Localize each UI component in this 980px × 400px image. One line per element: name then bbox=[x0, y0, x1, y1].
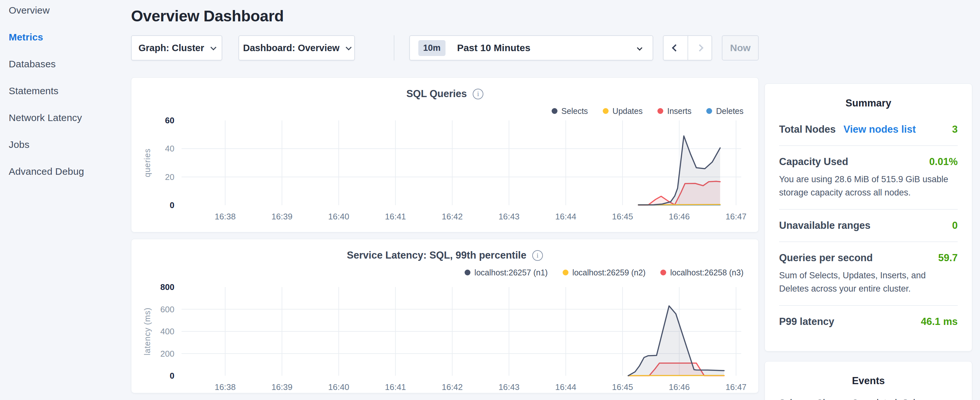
svg-text:16:38: 16:38 bbox=[215, 212, 235, 222]
legend-label: localhost:26258 (n3) bbox=[670, 268, 743, 277]
legend-dot-icon bbox=[603, 108, 609, 114]
summary-title: Summary bbox=[779, 97, 958, 109]
time-nav-group bbox=[663, 35, 712, 61]
time-range-selector[interactable]: 10m Past 10 Minutes bbox=[409, 35, 654, 61]
svg-text:latency (ms): latency (ms) bbox=[143, 308, 152, 355]
chart-title-row: Service Latency: SQL, 99th percentile i bbox=[131, 250, 758, 261]
divider bbox=[394, 35, 395, 61]
svg-text:16:47: 16:47 bbox=[725, 382, 746, 392]
legend-item: Selects bbox=[552, 107, 588, 116]
svg-text:16:45: 16:45 bbox=[612, 212, 633, 222]
events-list: Schema Change Completed: Schema change w… bbox=[779, 396, 958, 400]
graph-dropdown[interactable]: Graph: Cluster bbox=[131, 35, 222, 61]
chart-svg: 16:3816:3916:4016:4116:4216:4316:4416:45… bbox=[131, 117, 746, 225]
legend-item: Deletes bbox=[706, 107, 743, 116]
view-nodes-link[interactable]: View nodes list bbox=[843, 124, 916, 135]
summary-row-value: 59.7 bbox=[938, 252, 958, 264]
summary-row-label: Queries per second bbox=[779, 252, 873, 264]
legend-dot-icon bbox=[563, 269, 568, 276]
event-item[interactable]: Schema Change Completed: Schema change w… bbox=[779, 396, 958, 400]
info-icon[interactable]: i bbox=[532, 250, 543, 261]
svg-text:16:41: 16:41 bbox=[385, 382, 406, 392]
svg-text:16:43: 16:43 bbox=[499, 212, 520, 222]
time-range-label: Past 10 Minutes bbox=[457, 42, 531, 53]
chart-legend: SelectsUpdatesInsertsDeletes bbox=[131, 106, 758, 116]
graph-dropdown-label: Graph: Cluster bbox=[138, 43, 204, 53]
svg-text:200: 200 bbox=[161, 349, 174, 359]
chart-title: SQL Queries bbox=[406, 88, 467, 100]
legend-label: localhost:26259 (n2) bbox=[572, 268, 646, 277]
chevron-down-icon bbox=[637, 45, 643, 51]
legend-dot-icon bbox=[706, 108, 712, 114]
page-title: Overview Dashboard bbox=[131, 7, 759, 25]
chart-plot: 16:3816:3916:4016:4116:4216:4316:4416:45… bbox=[131, 279, 758, 392]
svg-text:20: 20 bbox=[165, 172, 174, 182]
chart-plot: 16:3816:3916:4016:4116:4216:4316:4416:45… bbox=[131, 117, 758, 225]
time-prev-button[interactable] bbox=[663, 36, 687, 60]
dashboard-dropdown-label: Dashboard: Overview bbox=[243, 43, 339, 53]
service-latency-chart-card: Service Latency: SQL, 99th percentile i … bbox=[131, 239, 759, 393]
info-icon[interactable]: i bbox=[473, 89, 484, 99]
right-column: Summary Total NodesView nodes list3Capac… bbox=[765, 83, 972, 400]
chart-title: Service Latency: SQL, 99th percentile bbox=[347, 250, 527, 261]
svg-text:16:38: 16:38 bbox=[215, 382, 235, 392]
legend-item: localhost:26258 (n3) bbox=[660, 268, 743, 277]
chart-svg: 16:3816:3916:4016:4116:4216:4316:4416:45… bbox=[131, 279, 746, 392]
svg-text:16:46: 16:46 bbox=[669, 212, 690, 222]
summary-row-description: You are using 28.6 MiB of 515.9 GiB usab… bbox=[779, 173, 958, 199]
svg-text:0: 0 bbox=[170, 371, 174, 381]
summary-panel: Summary Total NodesView nodes list3Capac… bbox=[765, 83, 972, 351]
dashboard-dropdown[interactable]: Dashboard: Overview bbox=[239, 35, 355, 61]
chevron-down-icon bbox=[210, 44, 216, 50]
svg-text:16:42: 16:42 bbox=[442, 212, 463, 222]
svg-text:16:46: 16:46 bbox=[669, 382, 690, 392]
events-title: Events bbox=[779, 375, 958, 387]
summary-rows: Total NodesView nodes list3Capacity Used… bbox=[779, 113, 958, 338]
sidebar-item-statements[interactable]: Statements bbox=[9, 86, 129, 96]
legend-item: Inserts bbox=[657, 107, 691, 116]
svg-text:60: 60 bbox=[165, 117, 174, 125]
svg-text:16:44: 16:44 bbox=[555, 212, 576, 222]
summary-row-value: 3 bbox=[952, 124, 958, 135]
summary-row-label: Total Nodes bbox=[779, 124, 836, 135]
legend-dot-icon bbox=[465, 269, 471, 276]
svg-text:16:39: 16:39 bbox=[272, 382, 293, 392]
svg-text:queries: queries bbox=[143, 148, 152, 177]
legend-item: localhost:26257 (n1) bbox=[465, 268, 548, 277]
svg-text:16:47: 16:47 bbox=[725, 212, 746, 222]
summary-row-description: Sum of Selects, Updates, Inserts, and De… bbox=[779, 269, 958, 295]
sidebar-item-advanced-debug[interactable]: Advanced Debug bbox=[9, 166, 129, 176]
summary-row-value: 0.01% bbox=[929, 156, 958, 167]
sql-queries-chart-card: SQL Queries i SelectsUpdatesInsertsDelet… bbox=[131, 77, 759, 233]
time-next-button[interactable] bbox=[687, 36, 711, 60]
chart-legend: localhost:26257 (n1)localhost:26259 (n2)… bbox=[131, 268, 758, 277]
summary-row-value: 0 bbox=[952, 220, 958, 231]
svg-text:16:44: 16:44 bbox=[555, 382, 576, 392]
summary-row-label: P99 latency bbox=[779, 316, 834, 328]
time-range-badge: 10m bbox=[418, 40, 445, 56]
sidebar-item-metrics[interactable]: Metrics bbox=[9, 32, 129, 42]
svg-text:16:40: 16:40 bbox=[328, 212, 349, 222]
summary-row-label: Unavailable ranges bbox=[779, 220, 871, 231]
main-content: Overview Dashboard Graph: Cluster Dashbo… bbox=[131, 0, 759, 393]
svg-text:40: 40 bbox=[165, 144, 174, 153]
summary-row: Total NodesView nodes list3 bbox=[779, 113, 958, 145]
summary-row-label: Capacity Used bbox=[779, 156, 848, 167]
sidebar-item-databases[interactable]: Databases bbox=[9, 59, 129, 69]
event-text: Schema Change Completed: Schema change w… bbox=[779, 396, 958, 400]
legend-label: localhost:26257 (n1) bbox=[474, 268, 548, 277]
svg-text:400: 400 bbox=[161, 327, 174, 336]
svg-text:16:41: 16:41 bbox=[385, 212, 406, 222]
summary-row: Capacity Used0.01%You are using 28.6 MiB… bbox=[779, 145, 958, 209]
legend-label: Deletes bbox=[716, 107, 743, 116]
sidebar-item-overview[interactable]: Overview bbox=[9, 5, 129, 15]
sidebar: OverviewMetricsDatabasesStatementsNetwor… bbox=[0, 0, 129, 193]
now-button[interactable]: Now bbox=[722, 35, 759, 61]
controls-row: Graph: Cluster Dashboard: Overview 10m P… bbox=[131, 35, 759, 61]
sidebar-item-jobs[interactable]: Jobs bbox=[9, 139, 129, 150]
legend-dot-icon bbox=[552, 108, 557, 114]
sidebar-item-network-latency[interactable]: Network Latency bbox=[9, 113, 129, 123]
svg-text:800: 800 bbox=[161, 282, 174, 292]
svg-text:16:45: 16:45 bbox=[612, 382, 633, 392]
legend-dot-icon bbox=[660, 269, 666, 276]
